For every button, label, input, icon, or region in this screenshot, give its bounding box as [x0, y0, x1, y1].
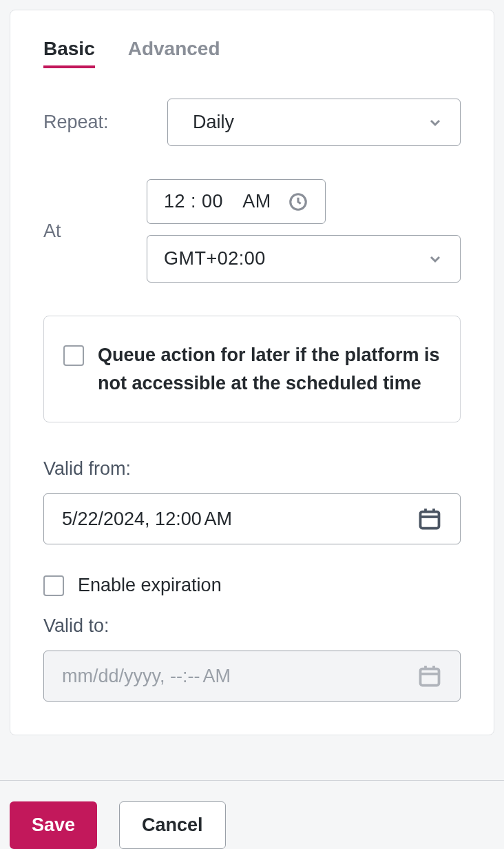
valid-from-value: 5/22/2024, 12:00 AM: [62, 509, 232, 530]
time-input[interactable]: 12:00 AM: [147, 179, 326, 224]
time-minutes: 00: [202, 191, 223, 212]
expiration-label: Enable expiration: [78, 575, 222, 596]
expiration-checkbox[interactable]: [43, 575, 64, 596]
valid-to-placeholder: mm/dd/yyyy, --:-- AM: [62, 666, 231, 687]
timezone-select[interactable]: GMT+02:00: [147, 235, 461, 283]
tab-basic[interactable]: Basic: [43, 38, 95, 68]
expiration-row: Enable expiration: [43, 575, 461, 596]
repeat-label: Repeat:: [43, 112, 167, 133]
queue-text: Queue action for later if the platform i…: [98, 341, 441, 397]
queue-option: Queue action for later if the platform i…: [43, 316, 461, 422]
timezone-value: GMT+02:00: [164, 248, 266, 269]
save-button[interactable]: Save: [10, 801, 97, 849]
time-ampm: AM: [242, 191, 271, 212]
schedule-card: Basic Advanced Repeat: Daily At 12:00 AM…: [10, 10, 494, 735]
svg-rect-1: [421, 512, 439, 529]
time-value: 12:00 AM: [164, 191, 271, 212]
valid-to-label: Valid to:: [43, 615, 461, 637]
tab-advanced[interactable]: Advanced: [128, 38, 220, 68]
repeat-select[interactable]: Daily: [167, 99, 461, 146]
svg-rect-5: [421, 669, 439, 686]
tab-bar: Basic Advanced: [43, 38, 461, 68]
at-label: At: [43, 221, 147, 242]
chevron-down-icon: [427, 251, 443, 267]
chevron-down-icon: [427, 114, 443, 131]
time-hours: 12: [164, 191, 185, 212]
valid-to-input: mm/dd/yyyy, --:-- AM: [43, 651, 461, 702]
valid-from-input[interactable]: 5/22/2024, 12:00 AM: [43, 493, 461, 544]
valid-from-label: Valid from:: [43, 458, 461, 480]
cancel-button[interactable]: Cancel: [119, 801, 226, 849]
calendar-icon: [417, 507, 442, 531]
repeat-value: Daily: [193, 112, 234, 133]
calendar-icon: [417, 664, 442, 688]
at-row: At 12:00 AM GMT+02:00: [43, 179, 461, 283]
at-stack: 12:00 AM GMT+02:00: [147, 179, 461, 283]
clock-icon: [288, 192, 308, 212]
queue-checkbox[interactable]: [63, 345, 84, 366]
action-bar: Save Cancel: [0, 780, 504, 849]
repeat-row: Repeat: Daily: [43, 99, 461, 146]
